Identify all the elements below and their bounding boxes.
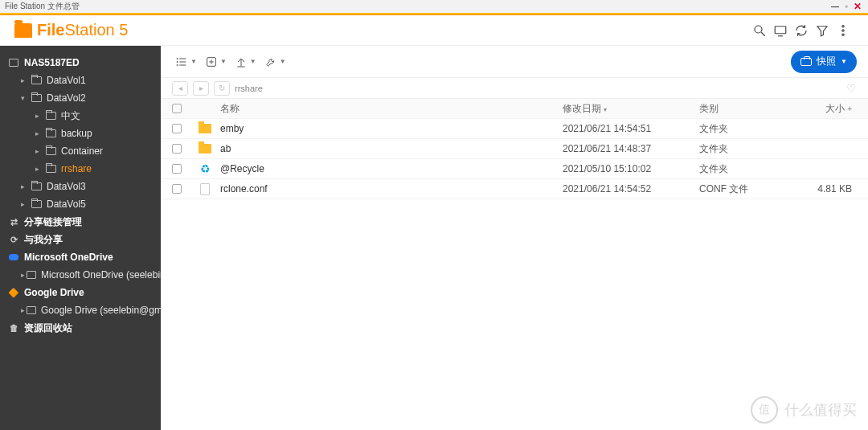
expand-arrow-icon[interactable]: ▸	[35, 112, 43, 120]
folder-icon	[199, 124, 211, 133]
expand-arrow-icon[interactable]: ▸	[35, 165, 43, 173]
folder-icon	[199, 144, 211, 154]
favorite-icon[interactable]: ♡	[846, 82, 857, 95]
cell-name: rclone.conf	[217, 183, 563, 195]
nav-forward-button[interactable]: ▸	[193, 81, 209, 96]
sidebar-item-label: backup	[61, 128, 92, 139]
sidebar-gdrive-acct-label: Google Drive (seelebin@gmail.	[41, 305, 161, 316]
sidebar-onedrive[interactable]: Microsoft OneDrive	[0, 248, 161, 266]
row-checkbox[interactable]	[172, 164, 182, 174]
svg-point-12	[177, 61, 178, 62]
cell-name: ab	[217, 143, 563, 154]
table-row[interactable]: emby2021/06/21 14:54:51文件夹	[161, 119, 868, 139]
cell-type: CONF 文件	[699, 182, 804, 196]
main-panel: ▼ ▼ ▼ ▼ 快照 ▼ ◂ ▸ ↻	[161, 46, 868, 430]
view-mode-button[interactable]: ▼	[172, 51, 200, 73]
account-icon	[27, 271, 36, 279]
breadcrumb-path[interactable]: rrshare	[235, 84, 263, 93]
table-row[interactable]: rclone.conf2021/06/21 14:54:52CONF 文件4.8…	[161, 179, 868, 199]
folder-outline-icon	[31, 76, 42, 84]
expand-arrow-icon[interactable]: ▸	[35, 147, 43, 155]
expand-arrow-icon[interactable]: ▸	[21, 182, 29, 190]
trash-icon: 🗑	[8, 323, 19, 333]
upload-button[interactable]: ▼	[231, 51, 260, 73]
sidebar-item-container[interactable]: ▸Container	[0, 142, 161, 160]
column-type[interactable]: 类别	[699, 102, 804, 116]
folder-outline-icon	[46, 112, 56, 120]
sidebar-item-中文[interactable]: ▸中文	[0, 107, 161, 125]
select-all-checkbox[interactable]	[172, 104, 182, 113]
svg-point-13	[177, 64, 178, 65]
more-icon[interactable]	[833, 20, 854, 41]
toolbar: ▼ ▼ ▼ ▼ 快照 ▼	[161, 46, 868, 78]
row-checkbox[interactable]	[172, 144, 182, 154]
folder-outline-icon	[46, 165, 56, 173]
add-button[interactable]: ▼	[202, 51, 230, 73]
expand-arrow-icon[interactable]: ▸	[35, 129, 43, 137]
snapshot-button[interactable]: 快照 ▼	[791, 51, 857, 73]
expand-arrow-icon[interactable]: ▸	[21, 200, 29, 208]
folder-outline-icon	[46, 147, 56, 155]
svg-rect-2	[775, 26, 786, 33]
svg-point-6	[842, 29, 844, 31]
sidebar-recycle[interactable]: 🗑 资源回收站	[0, 319, 161, 337]
sidebar-onedrive-label: Microsoft OneDrive	[24, 252, 113, 263]
column-date[interactable]: 修改日期▾	[563, 102, 699, 116]
folder-outline-icon	[31, 182, 42, 190]
table-row[interactable]: ab2021/06/21 14:48:37文件夹	[161, 139, 868, 159]
sidebar-item-label: DataVol3	[47, 181, 86, 192]
svg-point-5	[842, 25, 844, 27]
sidebar: NAS5187ED ▸DataVol1▾DataVol2▸中文▸backup▸C…	[0, 46, 161, 430]
column-name[interactable]: 名称	[217, 102, 563, 116]
snapshot-label: 快照	[817, 55, 836, 68]
row-checkbox[interactable]	[172, 124, 182, 133]
search-icon[interactable]	[749, 20, 770, 41]
app-name-thin: Station 5	[64, 21, 128, 39]
window-close-button[interactable]: ✕	[852, 1, 863, 12]
shared-icon: ⟳	[8, 235, 19, 244]
svg-point-0	[755, 26, 762, 33]
sidebar-item-label: DataVol1	[47, 75, 86, 86]
cell-date: 2021/05/10 15:10:02	[563, 163, 699, 174]
window-minimize-button[interactable]: —	[829, 2, 841, 11]
sidebar-recycle-label: 资源回收站	[24, 321, 72, 335]
sidebar-item-datavol2[interactable]: ▾DataVol2	[0, 89, 161, 107]
watermark: 值 什么值得买	[751, 396, 857, 424]
expand-arrow-icon[interactable]: ▾	[21, 94, 29, 102]
tools-button[interactable]: ▼	[261, 51, 289, 73]
table-row[interactable]: ♻@Recycle2021/05/10 15:10:02文件夹	[161, 159, 868, 179]
column-size[interactable]: 大小 +	[804, 102, 868, 116]
nav-reload-button[interactable]: ↻	[214, 81, 230, 96]
sidebar-onedrive-account[interactable]: ▸ Microsoft OneDrive (seelebin@	[0, 266, 161, 284]
sidebar-share-mgmt[interactable]: ⇄ 分享链接管理	[0, 213, 161, 231]
sidebar-gdrive-label: Google Drive	[24, 287, 84, 298]
app-header: FileStation 5	[0, 15, 868, 46]
sidebar-shared-with-me[interactable]: ⟳ 与我分享	[0, 231, 161, 248]
sidebar-gdrive-account[interactable]: ▸ Google Drive (seelebin@gmail.	[0, 301, 161, 319]
sidebar-gdrive[interactable]: 🔶 Google Drive	[0, 284, 161, 301]
sidebar-item-datavol1[interactable]: ▸DataVol1	[0, 72, 161, 89]
expand-arrow-icon[interactable]: ▸	[21, 76, 29, 84]
sidebar-root-nas[interactable]: NAS5187ED	[0, 54, 161, 72]
window-maximize-button[interactable]: ▫	[841, 2, 852, 10]
app-name-bold: File	[37, 21, 64, 39]
sidebar-root-label: NAS5187ED	[24, 57, 80, 68]
refresh-icon[interactable]	[791, 20, 812, 41]
sidebar-item-datavol3[interactable]: ▸DataVol3	[0, 178, 161, 195]
window-title: File Station 文件总管	[5, 1, 80, 12]
row-checkbox[interactable]	[172, 184, 182, 194]
breadcrumb-bar: ◂ ▸ ↻ rrshare ♡	[161, 78, 868, 99]
folder-outline-icon	[31, 94, 42, 102]
nav-back-button[interactable]: ◂	[172, 81, 188, 96]
folder-outline-icon	[46, 129, 56, 137]
sidebar-item-datavol5[interactable]: ▸DataVol5	[0, 195, 161, 213]
svg-point-11	[177, 58, 178, 59]
sidebar-item-rrshare[interactable]: ▸rrshare	[0, 160, 161, 178]
cell-size: 4.81 KB	[804, 183, 868, 195]
svg-marker-4	[817, 26, 827, 35]
window-titlebar: File Station 文件总管 — ▫ ✕	[0, 0, 868, 13]
monitor-icon[interactable]	[770, 20, 791, 41]
sidebar-item-backup[interactable]: ▸backup	[0, 125, 161, 142]
cell-type: 文件夹	[699, 122, 804, 136]
filter-icon[interactable]	[812, 20, 833, 41]
